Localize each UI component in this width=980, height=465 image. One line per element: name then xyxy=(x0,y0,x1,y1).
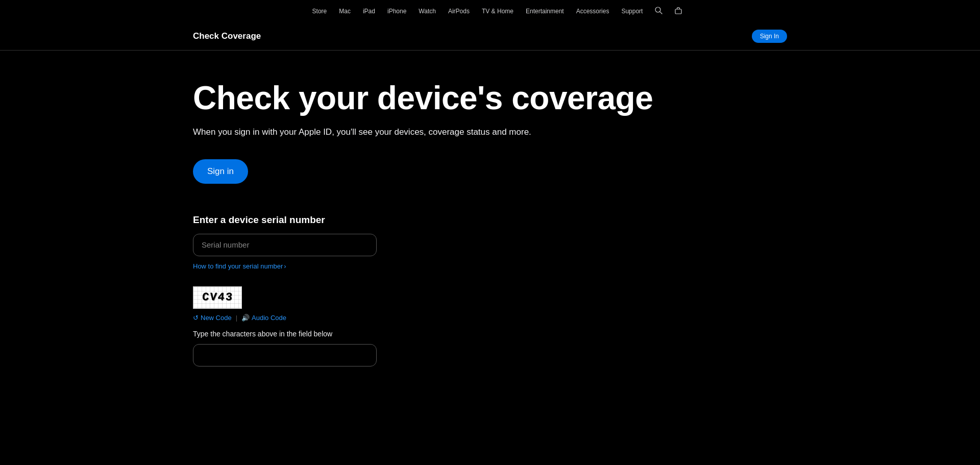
audio-code-button[interactable]: 🔊 Audio Code xyxy=(241,314,286,322)
find-serial-link-text: How to find your serial number xyxy=(193,262,283,270)
main-content: Check your device's coverage When you si… xyxy=(0,51,980,403)
captcha-text: CV43 xyxy=(202,291,234,304)
sign-in-main-button[interactable]: Sign in xyxy=(193,159,248,184)
serial-section-title: Enter a device serial number xyxy=(193,214,787,226)
nav-tv-home[interactable]: TV & Home xyxy=(477,8,519,15)
new-code-label: New Code xyxy=(201,314,232,322)
speaker-icon: 🔊 xyxy=(241,314,250,322)
nav-entertainment[interactable]: Entertainment xyxy=(521,8,569,15)
captcha-input[interactable] xyxy=(193,344,377,366)
captcha-divider: | xyxy=(236,314,237,322)
new-code-button[interactable]: ↺ New Code xyxy=(193,314,232,322)
sign-in-header-button[interactable]: Sign In xyxy=(752,30,787,43)
nav-store[interactable]: Store xyxy=(307,8,332,15)
svg-rect-2 xyxy=(675,9,681,14)
audio-code-label: Audio Code xyxy=(252,314,286,322)
chevron-right-icon: › xyxy=(284,262,286,270)
search-icon[interactable] xyxy=(650,7,668,16)
nav-iphone[interactable]: iPhone xyxy=(382,8,411,15)
captcha-container: CV43 ↺ New Code | 🔊 Audio Code Type the … xyxy=(193,286,787,366)
captcha-image: CV43 xyxy=(193,286,242,309)
serial-number-input[interactable] xyxy=(193,234,377,256)
captcha-instruction: Type the characters above in the field b… xyxy=(193,330,787,338)
nav-airpods[interactable]: AirPods xyxy=(443,8,475,15)
nav-watch[interactable]: Watch xyxy=(413,8,441,15)
hero-title: Check your device's coverage xyxy=(193,81,787,115)
page-header: Check Coverage Sign In xyxy=(0,22,980,51)
hero-subtitle: When you sign in with your Apple ID, you… xyxy=(193,126,787,139)
find-serial-link[interactable]: How to find your serial number › xyxy=(193,262,787,270)
bag-icon[interactable] xyxy=(670,7,687,16)
refresh-icon: ↺ xyxy=(193,314,199,322)
nav-ipad[interactable]: iPad xyxy=(358,8,380,15)
nav-accessories[interactable]: Accessories xyxy=(571,8,615,15)
page-title: Check Coverage xyxy=(193,31,261,41)
top-nav: Store Mac iPad iPhone Watch AirPods TV &… xyxy=(0,0,980,22)
nav-mac[interactable]: Mac xyxy=(334,8,356,15)
svg-line-1 xyxy=(660,12,662,14)
nav-support[interactable]: Support xyxy=(616,8,648,15)
captcha-actions: ↺ New Code | 🔊 Audio Code xyxy=(193,314,787,322)
